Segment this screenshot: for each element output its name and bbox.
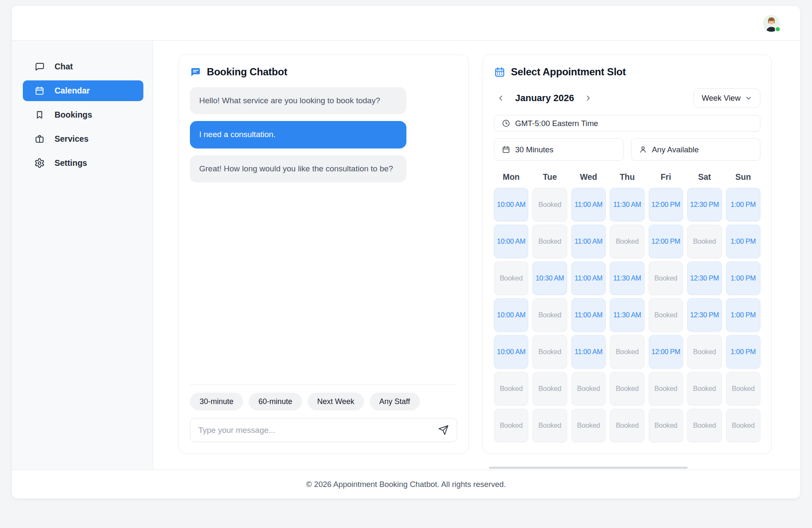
sidebar-item-services[interactable]: Services [23, 129, 143, 149]
sidebar-item-label: Chat [55, 62, 73, 72]
day-header-tue: Tue [532, 172, 567, 182]
slot-cell[interactable]: 11:30 AM [610, 188, 644, 221]
slot-cell[interactable]: 12:30 PM [687, 298, 721, 332]
slot-cell[interactable]: 1:00 PM [726, 261, 760, 295]
chevron-left-icon [497, 94, 505, 102]
slot-cell[interactable]: 1:00 PM [726, 335, 760, 368]
slot-cell: Booked [610, 225, 644, 258]
day-headers: Mon Tue Wed Thu Fri Sat Sun [494, 172, 760, 182]
slot-cell: Booked [610, 335, 644, 368]
slot-cell[interactable]: 12:00 PM [649, 225, 683, 258]
day-header-sun: Sun [726, 172, 760, 182]
slot-cell: Booked [649, 261, 683, 295]
slot-cell: Booked [687, 335, 721, 368]
sidebar: Chat Calendar Bookings Services [12, 41, 153, 470]
quick-reply-next-week[interactable]: Next Week [307, 393, 364, 410]
gear-icon [34, 158, 45, 168]
slot-cell: Booked [494, 409, 528, 442]
slot-cell[interactable]: 11:30 AM [610, 261, 644, 295]
staff-selector[interactable]: Any Available [631, 138, 761, 161]
slot-cell[interactable]: 12:30 PM [687, 188, 721, 221]
chat-divider [190, 385, 457, 385]
day-header-thu: Thu [610, 172, 644, 182]
send-button[interactable] [438, 425, 449, 435]
slot-cell[interactable]: 10:00 AM [494, 298, 528, 332]
slot-cell[interactable]: 11:00 AM [571, 298, 606, 332]
chat-panel-title: Booking Chatbot [207, 66, 287, 78]
day-header-mon: Mon [494, 172, 528, 182]
slot-cell[interactable]: 11:00 AM [571, 188, 606, 221]
slot-cell[interactable]: 11:00 AM [571, 225, 606, 258]
day-header-sat: Sat [687, 172, 721, 182]
message-input[interactable] [198, 426, 433, 435]
slot-cell[interactable]: 10:00 AM [494, 335, 528, 368]
top-header [12, 6, 800, 41]
staff-label: Any Available [652, 145, 699, 154]
slot-cell: Booked [649, 409, 683, 442]
slot-cell[interactable]: 10:00 AM [494, 188, 528, 221]
appointment-calendar-icon [494, 66, 505, 78]
duration-calendar-icon [502, 145, 510, 154]
view-selector-label: Week View [702, 94, 741, 103]
slot-cell: Booked [532, 298, 567, 332]
day-header-fri: Fri [649, 172, 683, 182]
send-icon [438, 425, 449, 435]
view-selector[interactable]: Week View [694, 88, 760, 108]
duration-selector[interactable]: 30 Minutes [494, 138, 624, 161]
sidebar-item-chat[interactable]: Chat [23, 56, 143, 77]
slot-cell: Booked [532, 409, 567, 442]
slot-cell[interactable]: 1:00 PM [726, 298, 760, 332]
slot-cell[interactable]: 11:00 AM [571, 335, 606, 368]
quick-reply-30-minute[interactable]: 30-minute [190, 393, 243, 410]
clock-icon [502, 119, 510, 128]
slot-cell: Booked [532, 372, 567, 405]
slot-cell[interactable]: 12:00 PM [649, 188, 683, 221]
slot-cell[interactable]: 11:30 AM [610, 298, 644, 332]
month-navigation: January 2026 Week View [494, 88, 760, 108]
chat-panel: Booking Chatbot Hello! What service are … [178, 55, 469, 454]
slot-cell: Booked [726, 409, 760, 442]
slot-cell[interactable]: 1:00 PM [726, 188, 760, 221]
slot-cell[interactable]: 12:30 PM [687, 261, 721, 295]
slot-cell: Booked [494, 261, 528, 295]
slot-cell: Booked [687, 225, 721, 258]
sidebar-item-label: Services [55, 134, 88, 144]
slot-cell[interactable]: 12:00 PM [649, 335, 683, 368]
slot-cell[interactable]: 11:00 AM [571, 261, 606, 295]
briefcase-icon [34, 134, 45, 144]
sidebar-item-settings[interactable]: Settings [23, 153, 143, 173]
chatbot-icon [190, 66, 201, 78]
slot-cell: Booked [649, 298, 683, 332]
appointment-panel-title: Select Appointment Slot [511, 66, 626, 78]
sidebar-item-calendar[interactable]: Calendar [23, 80, 143, 101]
slot-cell: Booked [687, 409, 721, 442]
horizontal-scrollbar[interactable] [489, 467, 688, 469]
month-label: January 2026 [515, 93, 574, 104]
bookmark-icon [34, 110, 45, 120]
quick-reply-any-staff[interactable]: Any Staff [370, 393, 420, 410]
slot-cell[interactable]: 10:30 AM [532, 261, 567, 295]
slot-grid: 10:00 AMBooked11:00 AM11:30 AM12:00 PM12… [494, 188, 760, 442]
quick-reply-60-minute[interactable]: 60-minute [249, 393, 302, 410]
timezone-label: GMT-5:00 Eastern Time [515, 119, 598, 128]
bot-message: Hello! What service are you looking to b… [190, 87, 406, 114]
slot-cell: Booked [532, 188, 567, 221]
next-month-button[interactable] [582, 91, 595, 105]
bot-message: Great! How long would you like the consu… [190, 155, 406, 182]
message-input-row [190, 418, 457, 442]
sidebar-item-bookings[interactable]: Bookings [23, 104, 143, 125]
person-icon [639, 145, 647, 154]
slot-cell: Booked [571, 409, 606, 442]
footer: © 2026 Appointment Booking Chatbot. All … [12, 470, 800, 498]
chevron-down-icon [745, 94, 752, 102]
slot-cell: Booked [571, 372, 606, 405]
app-card: Chat Calendar Bookings Services [12, 6, 800, 498]
slot-cell[interactable]: 1:00 PM [726, 225, 760, 258]
timezone-selector[interactable]: GMT-5:00 Eastern Time [494, 115, 760, 132]
slot-cell: Booked [494, 372, 528, 405]
sidebar-item-label: Settings [55, 158, 87, 168]
avatar[interactable] [763, 15, 780, 32]
slot-cell[interactable]: 10:00 AM [494, 225, 528, 258]
prev-month-button[interactable] [494, 91, 508, 105]
slot-cell: Booked [610, 409, 644, 442]
